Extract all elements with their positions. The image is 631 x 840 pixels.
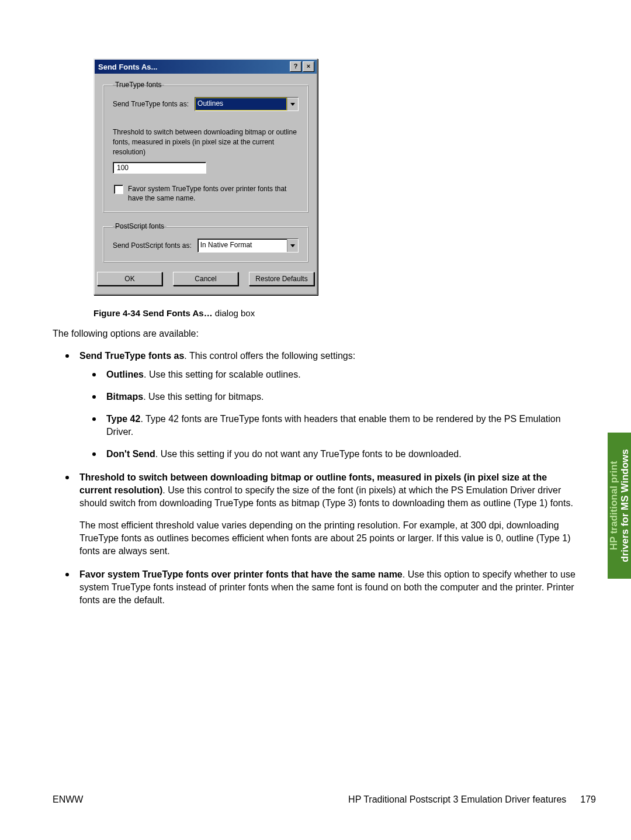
sub-type42: Type 42. Type 42 fonts are TrueType font… bbox=[79, 413, 578, 438]
figure-title: Send Fonts As… bbox=[140, 308, 213, 318]
help-button[interactable]: ? bbox=[290, 61, 301, 72]
ok-button[interactable]: OK bbox=[97, 272, 162, 286]
figure-rest: dialog box bbox=[213, 308, 255, 318]
send-truetype-value: Outlines bbox=[195, 98, 287, 110]
send-postscript-label: Send PostScript fonts as: bbox=[113, 241, 192, 250]
sub-dont-send: Don't Send. Use this setting if you do n… bbox=[79, 448, 578, 461]
page-number: 179 bbox=[580, 794, 596, 805]
side-tab-line1: HP traditional print bbox=[608, 461, 619, 551]
threshold-para2: The most efficient threshold value varie… bbox=[79, 519, 578, 558]
footer-title: HP Traditional Postscript 3 Emulation Dr… bbox=[348, 794, 566, 805]
footer-left: ENWW bbox=[53, 794, 83, 805]
threshold-input[interactable]: 100 bbox=[113, 162, 206, 174]
bullet-threshold: Threshold to switch between downloading … bbox=[53, 471, 578, 558]
bullet-send-truetype: Send TrueType fonts as. This control off… bbox=[53, 350, 578, 461]
send-truetype-select[interactable]: Outlines bbox=[195, 97, 299, 111]
chapter-side-tab: HP traditional print drivers for MS Wind… bbox=[608, 433, 631, 579]
side-tab-line2: drivers for MS Windows bbox=[619, 449, 630, 562]
restore-defaults-button[interactable]: Restore Defaults bbox=[249, 272, 314, 286]
send-postscript-value: In Native Format bbox=[198, 239, 287, 252]
threshold-description: Threshold to switch between downloading … bbox=[113, 127, 299, 157]
figure-caption: Figure 4-34 Send Fonts As… dialog box bbox=[93, 308, 578, 318]
close-button[interactable]: × bbox=[303, 61, 314, 72]
dropdown-arrow-icon bbox=[287, 239, 298, 252]
truetype-group: TrueType fonts Send TrueType fonts as: O… bbox=[103, 81, 308, 213]
dropdown-arrow-icon bbox=[287, 98, 298, 110]
postscript-group: PostScript fonts Send PostScript fonts a… bbox=[103, 222, 308, 262]
cancel-button[interactable]: Cancel bbox=[173, 272, 238, 286]
dialog-titlebar: Send Fonts As... ? × bbox=[95, 60, 317, 74]
favor-system-checkbox[interactable] bbox=[114, 185, 123, 194]
bullet-favor: Favor system TrueType fonts over printer… bbox=[53, 568, 578, 607]
postscript-legend: PostScript fonts bbox=[113, 222, 167, 230]
favor-system-label: Favor system TrueType fonts over printer… bbox=[128, 184, 299, 203]
sub-outlines: Outlines. Use this setting for scalable … bbox=[79, 368, 578, 381]
send-fonts-dialog: Send Fonts As... ? × TrueType fonts Send… bbox=[93, 58, 318, 295]
intro-text: The following options are available: bbox=[53, 327, 578, 340]
dialog-title: Send Fonts As... bbox=[98, 63, 289, 71]
figure-number: Figure 4-34 bbox=[93, 308, 140, 318]
truetype-legend: TrueType fonts bbox=[113, 81, 164, 89]
page-footer: ENWW HP Traditional Postscript 3 Emulati… bbox=[53, 794, 596, 805]
send-truetype-label: Send TrueType fonts as: bbox=[113, 100, 189, 108]
sub-bitmaps: Bitmaps. Use this setting for bitmaps. bbox=[79, 390, 578, 403]
send-postscript-select[interactable]: In Native Format bbox=[197, 238, 299, 253]
